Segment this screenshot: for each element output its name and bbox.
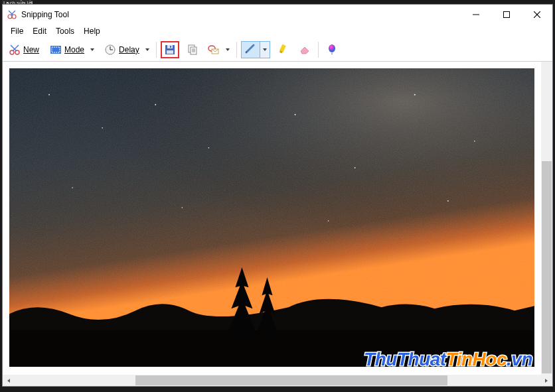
delay-dropdown[interactable] bbox=[143, 47, 152, 52]
svg-point-45 bbox=[72, 187, 73, 188]
pen-icon bbox=[244, 42, 256, 56]
toolbar-separator bbox=[156, 42, 157, 58]
mode-icon bbox=[50, 44, 62, 56]
maximize-button[interactable] bbox=[491, 5, 522, 25]
svg-rect-5 bbox=[504, 12, 510, 18]
menu-help[interactable]: Help bbox=[80, 25, 104, 37]
toolbar-separator bbox=[318, 42, 319, 58]
menu-file[interactable]: File bbox=[7, 25, 27, 37]
watermark-part2: TinHoc bbox=[446, 349, 507, 369]
envelope-icon bbox=[208, 44, 220, 56]
svg-line-29 bbox=[246, 45, 254, 52]
watermark: ThuThuatTinHoc.vn bbox=[364, 349, 532, 370]
paint3d-button[interactable] bbox=[323, 41, 341, 58]
toolbar-separator bbox=[236, 42, 237, 58]
scrollbar-thumb[interactable] bbox=[135, 375, 447, 385]
save-icon bbox=[164, 44, 176, 56]
delay-label: Delay bbox=[119, 45, 139, 54]
svg-rect-35 bbox=[9, 68, 534, 320]
copy-icon bbox=[187, 44, 198, 56]
watermark-part3: .vn bbox=[507, 349, 532, 369]
minimize-button[interactable] bbox=[461, 5, 491, 25]
svg-point-46 bbox=[182, 207, 183, 208]
svg-point-37 bbox=[48, 94, 50, 96]
eraser-tool[interactable] bbox=[295, 41, 314, 58]
svg-point-48 bbox=[447, 200, 449, 202]
mode-label: Mode bbox=[64, 45, 84, 54]
new-snip-button[interactable]: New bbox=[5, 41, 42, 58]
copy-button[interactable] bbox=[183, 41, 202, 58]
menu-edit[interactable]: Edit bbox=[29, 25, 50, 37]
svg-point-0 bbox=[8, 15, 12, 19]
svg-point-43 bbox=[414, 94, 416, 96]
highlighter-tool[interactable] bbox=[274, 41, 293, 58]
new-label: New bbox=[23, 45, 39, 54]
svg-point-1 bbox=[12, 15, 16, 19]
snipping-tool-window: Snipping Tool File Edit Tools Help bbox=[2, 4, 553, 387]
vertical-scrollbar[interactable] bbox=[541, 62, 552, 375]
send-dropdown[interactable] bbox=[223, 47, 232, 52]
highlighter-icon bbox=[278, 44, 289, 56]
scissors-icon bbox=[9, 44, 21, 56]
delay-button[interactable]: Delay bbox=[101, 41, 143, 58]
mode-dropdown[interactable] bbox=[88, 47, 97, 52]
scroll-right-icon[interactable] bbox=[542, 376, 551, 385]
send-button[interactable] bbox=[204, 41, 223, 58]
window-title: Snipping Tool bbox=[21, 10, 69, 19]
menu-tools[interactable]: Tools bbox=[52, 25, 78, 37]
app-icon bbox=[7, 9, 17, 20]
canvas[interactable] bbox=[3, 62, 552, 375]
svg-point-40 bbox=[208, 147, 210, 149]
eraser-icon bbox=[299, 44, 311, 56]
svg-point-39 bbox=[155, 104, 156, 105]
menu-bar: File Edit Tools Help bbox=[3, 25, 552, 38]
captured-image bbox=[9, 68, 534, 367]
svg-point-38 bbox=[102, 127, 103, 129]
svg-point-41 bbox=[295, 114, 296, 115]
scroll-left-icon[interactable] bbox=[4, 376, 13, 385]
svg-point-47 bbox=[328, 220, 329, 222]
svg-point-42 bbox=[355, 167, 356, 168]
close-button[interactable] bbox=[522, 5, 552, 25]
scrollbar-thumb[interactable] bbox=[542, 161, 552, 373]
svg-rect-21 bbox=[167, 50, 173, 54]
content-area bbox=[3, 62, 552, 386]
svg-point-32 bbox=[329, 44, 335, 52]
toolbar: New Mode bbox=[3, 38, 552, 62]
clock-icon bbox=[104, 44, 116, 56]
balloon-icon bbox=[326, 44, 338, 56]
pen-dropdown[interactable] bbox=[260, 41, 270, 58]
title-bar: Snipping Tool bbox=[3, 5, 552, 25]
mode-button[interactable]: Mode bbox=[46, 41, 88, 58]
pen-tool[interactable] bbox=[241, 41, 270, 58]
svg-point-44 bbox=[474, 141, 475, 142]
save-button[interactable] bbox=[161, 41, 179, 58]
watermark-part1: ThuThuat bbox=[364, 349, 446, 369]
svg-rect-20 bbox=[170, 46, 171, 48]
horizontal-scrollbar[interactable] bbox=[3, 375, 552, 386]
